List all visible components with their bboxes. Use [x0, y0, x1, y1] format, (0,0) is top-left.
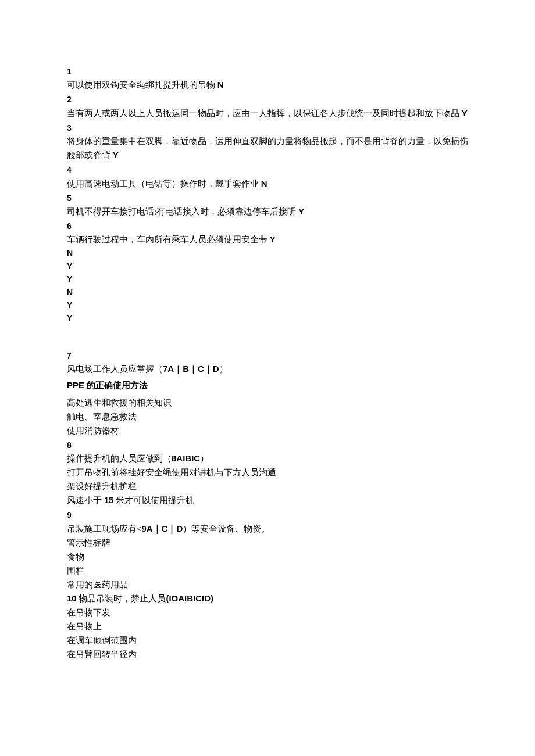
question-number: 2 — [67, 93, 468, 106]
question-stem-pre: 操作提升机的人员应做到（ — [67, 454, 172, 463]
inline-answer: Y — [462, 108, 468, 118]
answer-letter: Y — [67, 299, 468, 311]
question-stem-post: ）等安全设备、物资。 — [183, 524, 270, 533]
question-text: 司机不得开车接打电话;有电话接入时，必须靠边停车后接听 Y — [67, 205, 468, 218]
question-stem-pre: 吊装施工现场应有< — [67, 524, 141, 533]
answer-code: 7A｜B｜C｜D — [163, 364, 219, 374]
question-text: 将身体的重量集中在双脚，靠近物品，运用伸直双脚的力量将物品搬起，而不是用背脊的力… — [67, 134, 468, 162]
question-stem-post: ） — [219, 364, 228, 374]
option: 在吊物下发 — [67, 605, 468, 619]
option: 架设好提升机护栏 — [67, 479, 468, 493]
question-stem-post: ） — [200, 454, 209, 463]
document-page: 1可以使用双钩安全绳绑扎提升机的吊物 N2当有两人或两人以上人员搬运同一物品时，… — [0, 0, 535, 756]
option: 在吊臂回转半径内 — [67, 647, 468, 661]
inline-answer: N — [217, 80, 224, 89]
option: 常用的医药用品 — [67, 578, 468, 592]
option: 警示性标牌 — [67, 536, 468, 550]
question-stem: 将身体的重量集中在双脚，靠近物品，运用伸直双脚的力量将物品搬起，而不是用背脊的力… — [67, 137, 468, 160]
question-text: 车辆行驶过程中，车内所有乘车人员必须使用安全带 Y — [67, 232, 468, 246]
question-number: 9 — [67, 508, 468, 521]
option-text-post: 米才可以使用提升机 — [113, 496, 194, 505]
question-text: 使用高速电动工具（电钻等）操作时，戴手套作业 N — [67, 177, 468, 191]
section-gap — [67, 325, 468, 348]
answer-code: (IOAIBICID) — [166, 593, 213, 603]
question-text: 操作提升机的人员应做到（8AIBIC） — [67, 452, 468, 465]
option: 在吊物上 — [67, 619, 468, 633]
option: 触电、室息急救法 — [67, 410, 468, 424]
question-stem-pre: 风电场工作人员应掌握（ — [67, 364, 163, 374]
question-text: 10 物品吊装时，禁止人员(IOAIBICID) — [67, 592, 468, 605]
question-number-inline: 10 — [67, 593, 77, 603]
question-number: 7 — [67, 349, 468, 362]
answer-letter: N — [67, 286, 468, 299]
answer-code: 9A｜C｜D — [141, 524, 183, 533]
question-stem-pre: 物品吊装时，禁止人员 — [77, 594, 166, 603]
answer-letter: N — [67, 246, 468, 259]
inline-answer: Y — [270, 234, 276, 244]
question-number: 1 — [67, 65, 468, 78]
question-number: 6 — [67, 220, 468, 232]
option: 使用消防器材 — [67, 424, 468, 438]
option-text-bold: 15 — [104, 495, 114, 505]
question-number: 8 — [67, 439, 468, 452]
answer-letter: Y — [67, 273, 468, 285]
inline-answer: N — [261, 178, 268, 188]
answer-summary-list: NYYNYY — [67, 246, 468, 324]
question-stem: 司机不得开车接打电话;有电话接入时，必须靠边停车后接听 — [67, 207, 298, 216]
question-text: 吊装施工现场应有<9A｜C｜D）等安全设备、物资。 — [67, 522, 468, 536]
answer-letter: Y — [67, 311, 468, 324]
answer-letter: Y — [67, 260, 468, 273]
question-stem: 使用高速电动工具（电钻等）操作时，戴手套作业 — [67, 179, 261, 188]
question-stem: 当有两人或两人以上人员搬运同一物品时，应由一人指挥，以保证各人步伐统一及同时提起… — [67, 109, 462, 118]
question-stem: 可以使用双钩安全绳绑扎提升机的吊物 — [67, 80, 217, 89]
option: PPE 的正确使用方法 — [67, 378, 468, 392]
inline-answer: Y — [113, 150, 119, 160]
question-number: 4 — [67, 163, 468, 176]
option: 围栏 — [67, 564, 468, 578]
option: 食物 — [67, 550, 468, 564]
answer-code: 8AIBIC — [172, 453, 200, 463]
option-text-pre: 风速小于 — [67, 496, 104, 505]
option: 打开吊物孔前将挂好安全绳使用对讲机与下方人员沟通 — [67, 465, 468, 479]
option-text: PPE 的正确使用方法 — [67, 380, 148, 390]
tf-section: 1可以使用双钩安全绳绑扎提升机的吊物 N2当有两人或两人以上人员搬运同一物品时，… — [67, 65, 468, 246]
inline-answer: Y — [298, 206, 304, 216]
question-number: 3 — [67, 121, 468, 134]
option: 风速小于 15 米才可以使用提升机 — [67, 493, 468, 507]
question-stem: 车辆行驶过程中，车内所有乘车人员必须使用安全带 — [67, 235, 270, 244]
option: 高处逃生和救援的相关知识 — [67, 396, 468, 410]
question-text: 当有两人或两人以上人员搬运同一物品时，应由一人指挥，以保证各人步伐统一及同时提起… — [67, 106, 468, 120]
option: 在调车倾倒范围内 — [67, 633, 468, 647]
question-text: 风电场工作人员应掌握（7A｜B｜C｜D） — [67, 362, 468, 376]
question-text: 可以使用双钩安全绳绑扎提升机的吊物 N — [67, 78, 468, 92]
question-number: 5 — [67, 192, 468, 205]
